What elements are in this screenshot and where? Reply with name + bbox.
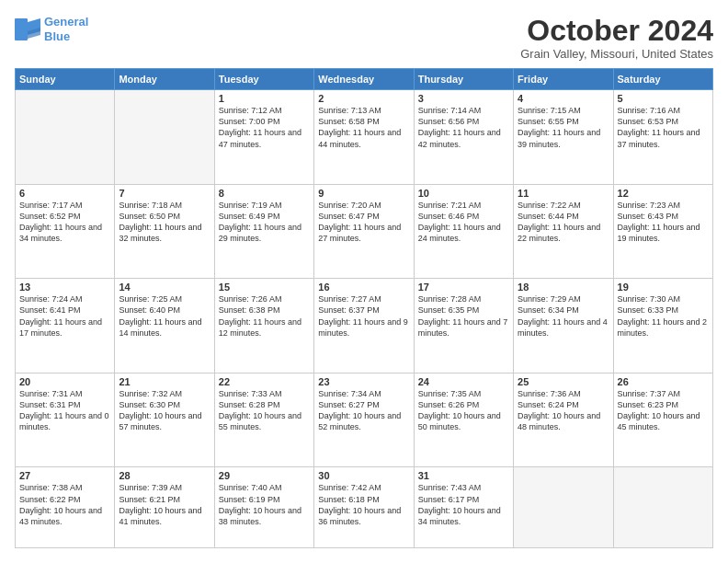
table-row <box>115 90 214 185</box>
table-row: 12Sunrise: 7:23 AMSunset: 6:43 PMDayligh… <box>613 184 712 279</box>
day-info: Sunrise: 7:26 AMSunset: 6:38 PMDaylight:… <box>219 293 310 339</box>
day-info: Sunrise: 7:12 AMSunset: 7:00 PMDaylight:… <box>219 105 310 150</box>
table-row: 25Sunrise: 7:36 AMSunset: 6:24 PMDayligh… <box>514 373 613 467</box>
table-row: 2Sunrise: 7:13 AMSunset: 6:58 PMDaylight… <box>314 90 414 185</box>
day-number: 26 <box>618 376 709 387</box>
table-row: 15Sunrise: 7:26 AMSunset: 6:38 PMDayligh… <box>214 279 313 373</box>
day-info: Sunrise: 7:21 AMSunset: 6:46 PMDaylight:… <box>418 200 509 245</box>
day-info: Sunrise: 7:37 AMSunset: 6:23 PMDaylight:… <box>618 388 709 433</box>
table-row: 13Sunrise: 7:24 AMSunset: 6:41 PMDayligh… <box>16 279 115 373</box>
logo-text: General Blue <box>44 15 88 43</box>
table-row: 5Sunrise: 7:16 AMSunset: 6:53 PMDaylight… <box>613 90 712 185</box>
day-number: 5 <box>618 93 709 104</box>
location: Grain Valley, Missouri, United States <box>520 47 713 61</box>
day-number: 2 <box>318 93 409 104</box>
day-number: 14 <box>119 282 210 293</box>
day-number: 3 <box>418 93 509 104</box>
title-block: October 2024 Grain Valley, Missouri, Uni… <box>520 15 713 61</box>
day-number: 15 <box>219 282 310 293</box>
table-row <box>613 467 712 548</box>
table-row: 16Sunrise: 7:27 AMSunset: 6:37 PMDayligh… <box>314 279 414 373</box>
day-number: 24 <box>418 376 509 387</box>
day-number: 25 <box>518 376 609 387</box>
table-row: 22Sunrise: 7:33 AMSunset: 6:28 PMDayligh… <box>214 373 313 467</box>
table-row: 30Sunrise: 7:42 AMSunset: 6:18 PMDayligh… <box>314 467 414 548</box>
table-row <box>16 90 115 185</box>
table-row: 27Sunrise: 7:38 AMSunset: 6:22 PMDayligh… <box>16 467 115 548</box>
header-thursday: Thursday <box>414 69 513 90</box>
day-info: Sunrise: 7:28 AMSunset: 6:35 PMDaylight:… <box>418 293 509 339</box>
day-number: 29 <box>219 470 310 481</box>
month-title: October 2024 <box>520 15 713 47</box>
table-row: 4Sunrise: 7:15 AMSunset: 6:55 PMDaylight… <box>514 90 613 185</box>
logo: General Blue <box>15 15 88 43</box>
day-info: Sunrise: 7:31 AMSunset: 6:31 PMDaylight:… <box>19 388 110 433</box>
header-friday: Friday <box>514 69 613 90</box>
table-row: 20Sunrise: 7:31 AMSunset: 6:31 PMDayligh… <box>16 373 115 467</box>
day-number: 11 <box>518 188 609 199</box>
day-info: Sunrise: 7:35 AMSunset: 6:26 PMDaylight:… <box>418 388 509 433</box>
day-info: Sunrise: 7:39 AMSunset: 6:21 PMDaylight:… <box>119 482 210 527</box>
table-row: 11Sunrise: 7:22 AMSunset: 6:44 PMDayligh… <box>514 184 613 279</box>
day-number: 10 <box>418 188 509 199</box>
day-info: Sunrise: 7:32 AMSunset: 6:30 PMDaylight:… <box>119 388 210 433</box>
table-row: 17Sunrise: 7:28 AMSunset: 6:35 PMDayligh… <box>414 279 513 373</box>
day-number: 30 <box>318 470 409 481</box>
day-number: 6 <box>19 188 110 199</box>
day-info: Sunrise: 7:40 AMSunset: 6:19 PMDaylight:… <box>219 482 310 527</box>
day-info: Sunrise: 7:34 AMSunset: 6:27 PMDaylight:… <box>318 388 409 433</box>
calendar: Sunday Monday Tuesday Wednesday Thursday… <box>15 68 713 548</box>
day-number: 27 <box>19 470 110 481</box>
day-info: Sunrise: 7:27 AMSunset: 6:37 PMDaylight:… <box>318 293 409 339</box>
day-info: Sunrise: 7:22 AMSunset: 6:44 PMDaylight:… <box>518 200 609 245</box>
header-wednesday: Wednesday <box>314 69 414 90</box>
page: General Blue October 2024 Grain Valley, … <box>0 0 728 563</box>
day-info: Sunrise: 7:43 AMSunset: 6:17 PMDaylight:… <box>418 482 509 527</box>
day-info: Sunrise: 7:16 AMSunset: 6:53 PMDaylight:… <box>618 105 709 150</box>
table-row: 1Sunrise: 7:12 AMSunset: 7:00 PMDaylight… <box>214 90 313 185</box>
day-info: Sunrise: 7:17 AMSunset: 6:52 PMDaylight:… <box>19 200 110 245</box>
day-info: Sunrise: 7:33 AMSunset: 6:28 PMDaylight:… <box>219 388 310 433</box>
day-number: 12 <box>618 188 709 199</box>
day-number: 13 <box>19 282 110 293</box>
day-info: Sunrise: 7:23 AMSunset: 6:43 PMDaylight:… <box>618 200 709 245</box>
day-number: 22 <box>219 376 310 387</box>
calendar-body: 1Sunrise: 7:12 AMSunset: 7:00 PMDaylight… <box>16 90 713 548</box>
day-number: 21 <box>119 376 210 387</box>
header-tuesday: Tuesday <box>214 69 313 90</box>
day-info: Sunrise: 7:20 AMSunset: 6:47 PMDaylight:… <box>318 200 409 245</box>
table-row: 9Sunrise: 7:20 AMSunset: 6:47 PMDaylight… <box>314 184 414 279</box>
day-info: Sunrise: 7:15 AMSunset: 6:55 PMDaylight:… <box>518 105 609 150</box>
table-row: 24Sunrise: 7:35 AMSunset: 6:26 PMDayligh… <box>414 373 513 467</box>
table-row: 10Sunrise: 7:21 AMSunset: 6:46 PMDayligh… <box>414 184 513 279</box>
table-row: 3Sunrise: 7:14 AMSunset: 6:56 PMDaylight… <box>414 90 513 185</box>
day-info: Sunrise: 7:18 AMSunset: 6:50 PMDaylight:… <box>119 200 210 245</box>
day-info: Sunrise: 7:14 AMSunset: 6:56 PMDaylight:… <box>418 105 509 150</box>
day-number: 17 <box>418 282 509 293</box>
header-monday: Monday <box>115 69 214 90</box>
day-number: 7 <box>119 188 210 199</box>
day-number: 31 <box>418 470 509 481</box>
day-number: 19 <box>618 282 709 293</box>
table-row: 26Sunrise: 7:37 AMSunset: 6:23 PMDayligh… <box>613 373 712 467</box>
day-info: Sunrise: 7:42 AMSunset: 6:18 PMDaylight:… <box>318 482 409 527</box>
table-row: 8Sunrise: 7:19 AMSunset: 6:49 PMDaylight… <box>214 184 313 279</box>
day-number: 28 <box>119 470 210 481</box>
logo-line1: General <box>44 15 88 29</box>
day-info: Sunrise: 7:24 AMSunset: 6:41 PMDaylight:… <box>19 293 110 339</box>
logo-line2: Blue <box>44 29 70 43</box>
day-info: Sunrise: 7:38 AMSunset: 6:22 PMDaylight:… <box>19 482 110 527</box>
table-row: 21Sunrise: 7:32 AMSunset: 6:30 PMDayligh… <box>115 373 214 467</box>
table-row: 7Sunrise: 7:18 AMSunset: 6:50 PMDaylight… <box>115 184 214 279</box>
table-row: 6Sunrise: 7:17 AMSunset: 6:52 PMDaylight… <box>16 184 115 279</box>
header-sunday: Sunday <box>16 69 115 90</box>
table-row: 23Sunrise: 7:34 AMSunset: 6:27 PMDayligh… <box>314 373 414 467</box>
table-row: 29Sunrise: 7:40 AMSunset: 6:19 PMDayligh… <box>214 467 313 548</box>
day-number: 1 <box>219 93 310 104</box>
day-number: 9 <box>318 188 409 199</box>
day-info: Sunrise: 7:36 AMSunset: 6:24 PMDaylight:… <box>518 388 609 433</box>
table-row: 31Sunrise: 7:43 AMSunset: 6:17 PMDayligh… <box>414 467 513 548</box>
table-row: 14Sunrise: 7:25 AMSunset: 6:40 PMDayligh… <box>115 279 214 373</box>
day-number: 18 <box>518 282 609 293</box>
day-number: 20 <box>19 376 110 387</box>
